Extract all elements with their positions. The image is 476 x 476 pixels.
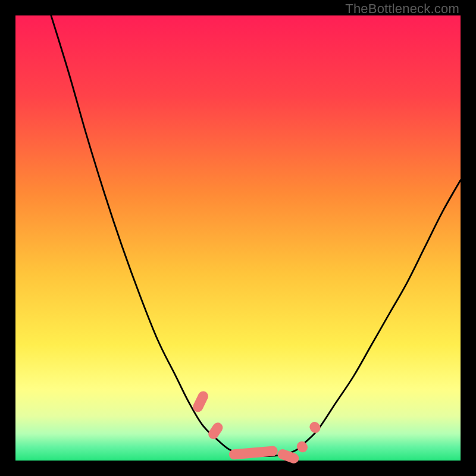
bump-marker: [295, 439, 311, 455]
bump-marker: [191, 389, 210, 414]
watermark-text: TheBottleneck.com: [345, 1, 459, 17]
bump-marker: [308, 420, 322, 436]
bump-marker: [228, 446, 278, 460]
bump-marker: [206, 421, 224, 441]
plot-frame: [15, 15, 461, 461]
bump-marker: [276, 447, 300, 465]
curve-highlight-bumps: [15, 15, 461, 461]
